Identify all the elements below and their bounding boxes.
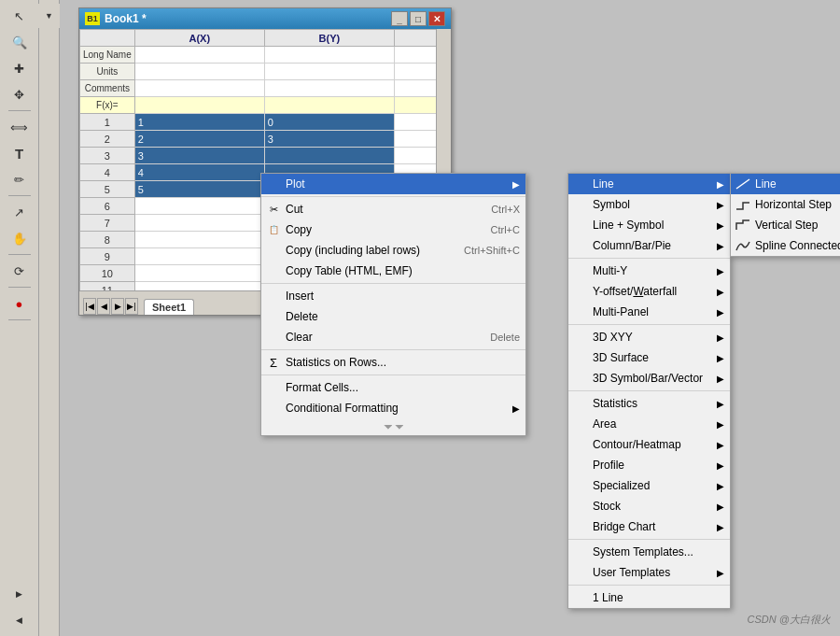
tab-nav-prev[interactable]: ◀ <box>97 298 110 315</box>
tab-nav-last[interactable]: ▶| <box>125 298 138 315</box>
submenu-statistics-label: Statistics <box>593 397 637 410</box>
submenu-item-specialized[interactable]: Specialized ▶ <box>568 475 730 496</box>
menu-format-cells-label: Format Cells... <box>286 381 358 394</box>
row-num-7: 7 <box>80 215 135 232</box>
cell-1b[interactable]: 0 <box>264 114 394 131</box>
submenu-sep-1 <box>568 258 730 259</box>
tab-nav-next[interactable]: ▶ <box>111 298 124 315</box>
submenu-item-line-symbol[interactable]: Line + Symbol ▶ <box>568 215 730 235</box>
cell-3a[interactable]: 3 <box>134 148 264 164</box>
submenu-item-3d-symbol[interactable]: 3D Symbol/Bar/Vector ▶ <box>568 368 730 389</box>
menu-item-copy-labels[interactable]: Copy (including label rows) Ctrl+Shift+C <box>261 240 525 261</box>
minimize-button[interactable]: _ <box>391 11 408 26</box>
cell-7a[interactable] <box>134 215 264 232</box>
menu-item-copy-table[interactable]: Copy Table (HTML, EMF) <box>261 261 525 281</box>
toolbar-btn-text[interactable]: T <box>7 141 33 165</box>
menu-item-cut[interactable]: ✂ Cut Ctrl+X <box>261 199 525 219</box>
toolbar-btn-arrow[interactable]: ↗ <box>7 200 33 224</box>
toolbar-btn-select[interactable]: ↖ <box>7 4 33 28</box>
menu-item-format-cells[interactable]: Format Cells... <box>261 377 525 398</box>
tab-nav-first[interactable]: |◀ <box>83 298 96 315</box>
submenu-item-stock[interactable]: Stock ▶ <box>568 496 730 516</box>
sheet-tab-sheet1[interactable]: Sheet1 <box>144 299 194 315</box>
cell-3b[interactable] <box>264 148 394 164</box>
toolbar-btn-add[interactable]: ✚ <box>7 56 33 80</box>
menu-item-copy[interactable]: 📋 Copy Ctrl+C <box>261 219 525 240</box>
menu-item-plot[interactable]: Plot ▶ <box>261 174 525 194</box>
submenu-sep-2 <box>568 324 730 325</box>
toolbar-btn-zoom[interactable]: 🔍 <box>7 30 33 54</box>
submenu-3d-surface-arrow: ▶ <box>717 353 724 363</box>
label-row-units: Units <box>80 64 451 80</box>
menu-item-delete[interactable]: Delete <box>261 306 525 327</box>
plot-submenu: Line ▶ Symbol ▶ Line + Symbol ▶ Column/B… <box>567 173 731 609</box>
cell-2b[interactable]: 3 <box>264 131 394 148</box>
menu-conditional-arrow: ▶ <box>512 403 520 414</box>
submenu-item-y-offset[interactable]: Y-offset/Waterfall ▶ <box>568 281 730 302</box>
cell-2a[interactable]: 2 <box>134 131 264 148</box>
cell-11a[interactable] <box>134 282 264 291</box>
menu-statistics-label: Statistics on Rows... <box>286 356 386 369</box>
menu-copy-label: Copy <box>286 223 312 236</box>
menu-item-clear[interactable]: Clear Delete <box>261 327 525 347</box>
toolbar-btn-color[interactable]: ● <box>7 291 33 316</box>
menu-insert-label: Insert <box>286 290 314 303</box>
line-submenu-item-vert-step[interactable]: Vertical Step <box>731 215 840 235</box>
line-submenu-item-line[interactable]: Line <box>731 174 840 194</box>
toolbar-btn-draw[interactable]: ✏ <box>7 167 33 191</box>
submenu-item-column-bar-pie[interactable]: Column/Bar/Pie ▶ <box>568 235 730 256</box>
right-toolbar-btn-1[interactable]: ▼ <box>36 4 63 28</box>
submenu-multi-panel-label: Multi-Panel <box>593 305 649 318</box>
submenu-contour-arrow: ▶ <box>717 440 724 450</box>
submenu-item-bridge-chart[interactable]: Bridge Chart ▶ <box>568 516 730 537</box>
toolbar-btn-move[interactable]: ✥ <box>7 82 33 106</box>
line-submenu-item-horiz-step[interactable]: Horizontal Step <box>731 194 840 215</box>
menu-item-conditional[interactable]: Conditional Formatting ▶ <box>261 398 525 418</box>
menu-item-statistics[interactable]: Σ Statistics on Rows... <box>261 352 525 373</box>
submenu-item-1-line[interactable]: 1 Line <box>568 587 730 608</box>
submenu-item-contour[interactable]: Contour/Heatmap ▶ <box>568 434 730 455</box>
submenu-item-system-templates[interactable]: System Templates... <box>568 542 730 562</box>
submenu-item-statistics[interactable]: Statistics ▶ <box>568 393 730 414</box>
submenu-item-line[interactable]: Line ▶ <box>568 174 730 194</box>
menu-conditional-label: Conditional Formatting <box>286 402 399 415</box>
close-button[interactable]: ✕ <box>428 11 445 26</box>
maximize-button[interactable]: □ <box>410 11 427 26</box>
submenu-item-multi-panel[interactable]: Multi-Panel ▶ <box>568 302 730 322</box>
cell-10a[interactable] <box>134 265 264 282</box>
cell-5a[interactable]: 5 <box>134 181 264 198</box>
menu-cut-label: Cut <box>286 203 303 216</box>
watermark: CSDN @大白很火 <box>748 613 831 627</box>
line-submenu-item-spline[interactable]: Spline Connected <box>731 235 840 256</box>
col-header-a[interactable]: A(X) <box>134 30 264 47</box>
toolbar-btn-expand[interactable]: ▶ <box>7 582 33 606</box>
line-submenu-vert-step-label: Vertical Step <box>755 219 818 232</box>
col-header-b[interactable]: B(Y) <box>264 30 394 47</box>
menu-plot-arrow: ▶ <box>512 179 520 190</box>
cell-4a[interactable]: 4 <box>134 164 264 181</box>
submenu-item-user-templates[interactable]: User Templates ▶ <box>568 562 730 583</box>
cell-6a[interactable] <box>134 198 264 215</box>
toolbar-btn-pan[interactable]: ✋ <box>7 226 33 250</box>
data-row-1: 1 1 0 <box>80 114 451 131</box>
line-submenu-line-label: Line <box>755 177 777 191</box>
submenu-item-3d-xyy[interactable]: 3D XYY ▶ <box>568 327 730 347</box>
submenu-3d-surface-label: 3D Surface <box>593 351 649 364</box>
submenu-item-multi-y[interactable]: Multi-Y ▶ <box>568 261 730 281</box>
copy-icon: 📋 <box>265 221 282 238</box>
submenu-item-3d-surface[interactable]: 3D Surface ▶ <box>568 347 730 368</box>
corner-cell <box>80 30 135 47</box>
cell-8a[interactable] <box>134 232 264 248</box>
submenu-item-area[interactable]: Area ▶ <box>568 414 730 434</box>
cell-1a[interactable]: 1 <box>134 114 264 131</box>
window-buttons: _ □ ✕ <box>391 11 445 26</box>
toolbar-btn-rotate[interactable]: ⟳ <box>7 259 33 283</box>
submenu-item-profile[interactable]: Profile ▶ <box>568 455 730 475</box>
submenu-3d-xyy-label: 3D XYY <box>593 331 633 344</box>
submenu-profile-arrow: ▶ <box>717 460 724 471</box>
menu-item-insert[interactable]: Insert <box>261 286 525 306</box>
toolbar-btn-resize[interactable]: ⟺ <box>7 115 33 139</box>
cell-9a[interactable] <box>134 248 264 265</box>
submenu-item-symbol[interactable]: Symbol ▶ <box>568 194 730 215</box>
toolbar-btn-collapse[interactable]: ◀ <box>7 608 33 632</box>
